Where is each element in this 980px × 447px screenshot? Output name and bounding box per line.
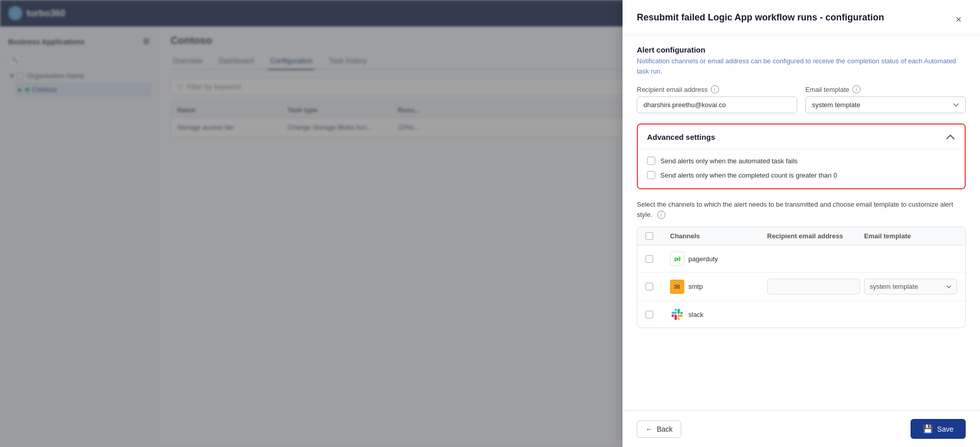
alert-config-title: Alert configuration bbox=[637, 45, 966, 54]
smtp-icon: ✉ bbox=[670, 280, 684, 294]
pagerduty-icon: pd bbox=[670, 252, 684, 266]
close-button[interactable]: × bbox=[951, 12, 966, 27]
slack-label: slack bbox=[688, 311, 704, 318]
pagerduty-label: pagerduty bbox=[688, 255, 718, 263]
back-button[interactable]: ← Back bbox=[637, 420, 681, 438]
smtp-recipient-input[interactable] bbox=[767, 279, 860, 294]
save-label: Save bbox=[937, 425, 953, 433]
alert-config-section: Alert configuration Notification channel… bbox=[637, 45, 966, 113]
smtp-recipient-cell bbox=[767, 279, 860, 294]
channels-table-header: Channels Recipient email address Email t… bbox=[637, 227, 965, 245]
back-label: Back bbox=[657, 425, 673, 433]
channels-info-icon[interactable]: i bbox=[657, 211, 665, 219]
channels-table: Channels Recipient email address Email t… bbox=[637, 227, 966, 328]
smtp-template-cell: system template bbox=[864, 279, 957, 294]
channels-section: Select the channels to which the alert n… bbox=[637, 200, 966, 328]
modal-footer: ← Back 💾 Save bbox=[623, 410, 980, 447]
col-recipient-header: Recipient email address bbox=[767, 232, 860, 240]
advanced-settings-header[interactable]: Advanced settings bbox=[638, 125, 965, 149]
save-icon: 💾 bbox=[923, 424, 933, 434]
smtp-label-cell: ✉ smtp bbox=[670, 280, 763, 294]
form-group-recipient: Recipient email address i bbox=[637, 85, 797, 113]
channel-row-pagerduty: pd pagerduty bbox=[637, 245, 965, 272]
recipient-input[interactable] bbox=[637, 96, 797, 113]
advanced-settings-body: Send alerts only when the automated task… bbox=[638, 149, 965, 188]
col-email-template-header: Email template bbox=[864, 232, 957, 240]
checkbox-row-2: Send alerts only when the completed coun… bbox=[647, 171, 955, 179]
channel-row-smtp: ✉ smtp system template bbox=[637, 272, 965, 301]
close-icon: × bbox=[955, 14, 962, 26]
advanced-settings-section: Advanced settings Send alerts only when … bbox=[637, 123, 966, 189]
alert-config-desc: Notification channels or email address c… bbox=[637, 56, 966, 76]
checkbox-select-all[interactable] bbox=[646, 232, 653, 240]
modal-panel: Resubmit failed Logic App workflow runs … bbox=[623, 0, 980, 447]
recipient-info-icon[interactable]: i bbox=[711, 85, 719, 93]
form-group-template: Email template i system template bbox=[805, 85, 966, 113]
form-row-email: Recipient email address i Email template… bbox=[637, 85, 966, 113]
pagerduty-label-cell: pd pagerduty bbox=[670, 252, 763, 266]
email-template-select[interactable]: system template bbox=[805, 96, 966, 113]
modal-header: Resubmit failed Logic App workflow runs … bbox=[623, 0, 980, 35]
template-info-icon[interactable]: i bbox=[852, 85, 861, 93]
modal-title: Resubmit failed Logic App workflow runs … bbox=[637, 12, 884, 23]
smtp-checkbox-cell bbox=[646, 283, 666, 290]
back-arrow-icon: ← bbox=[646, 425, 653, 433]
checkbox-pagerduty[interactable] bbox=[646, 255, 653, 263]
checkbox-fails-label: Send alerts only when the automated task… bbox=[660, 157, 798, 165]
slack-label-cell: slack bbox=[670, 307, 763, 321]
pagerduty-checkbox-cell bbox=[646, 255, 666, 263]
smtp-label: smtp bbox=[688, 283, 703, 290]
checkbox-fails[interactable] bbox=[647, 157, 655, 165]
chevron-up-icon bbox=[945, 132, 955, 142]
checkbox-smtp[interactable] bbox=[646, 283, 653, 290]
advanced-settings-title: Advanced settings bbox=[647, 133, 715, 141]
checkbox-count[interactable] bbox=[647, 171, 655, 179]
checkbox-row-1: Send alerts only when the automated task… bbox=[647, 157, 955, 165]
checkbox-count-label: Send alerts only when the completed coun… bbox=[660, 171, 837, 179]
smtp-template-value: system template bbox=[870, 283, 918, 290]
slack-checkbox-cell bbox=[646, 311, 666, 318]
slack-icon bbox=[670, 307, 684, 321]
channels-desc: Select the channels to which the alert n… bbox=[637, 200, 966, 219]
channels-select-all-cell bbox=[646, 232, 666, 240]
checkbox-slack[interactable] bbox=[646, 311, 653, 318]
channel-row-slack: slack bbox=[637, 301, 965, 328]
smtp-template-display[interactable]: system template bbox=[864, 279, 957, 294]
recipient-label: Recipient email address i bbox=[637, 85, 797, 93]
template-label: Email template i bbox=[805, 85, 966, 93]
modal-body: Alert configuration Notification channel… bbox=[623, 35, 980, 410]
col-channels-header: Channels bbox=[670, 232, 763, 240]
save-button[interactable]: 💾 Save bbox=[911, 419, 966, 439]
